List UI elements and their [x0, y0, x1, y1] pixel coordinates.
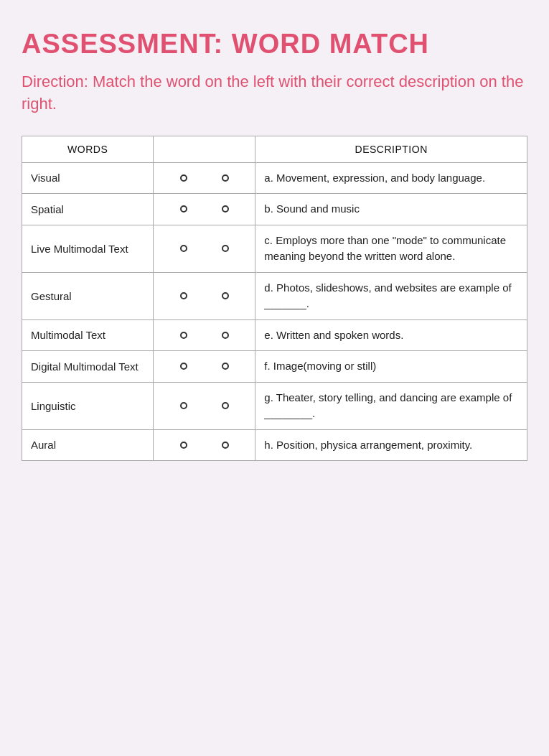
table-row: Visuala. Movement, expression, and body …	[22, 162, 527, 194]
description-cell: c. Employs more than one "mode" to commu…	[255, 225, 527, 272]
dot-connector-cell[interactable]	[154, 382, 255, 429]
word-cell: Digital Multimodal Text	[22, 351, 154, 383]
description-cell: e. Written and spoken words.	[255, 319, 527, 351]
right-dot[interactable]	[222, 174, 229, 182]
left-dot[interactable]	[180, 174, 187, 182]
dot-connector-cell[interactable]	[154, 351, 255, 383]
word-cell: Linguistic	[22, 382, 154, 429]
word-cell: Gestural	[22, 272, 154, 319]
description-cell: a. Movement, expression, and body langua…	[255, 162, 527, 194]
table-row: Auralh. Position, physica arrangement, p…	[22, 429, 527, 461]
table-row: Linguisticg. Theater, story telling, and…	[22, 382, 527, 429]
description-cell: f. Image(moving or still)	[255, 351, 527, 383]
word-cell: Spatial	[22, 194, 154, 225]
direction-text: Direction: Match the word on the left wi…	[22, 71, 527, 116]
dot-connector-cell[interactable]	[154, 194, 255, 225]
word-cell: Aural	[22, 429, 154, 461]
header-words: WORDS	[22, 136, 154, 162]
left-dot[interactable]	[180, 363, 187, 370]
table-row: Multimodal Texte. Written and spoken wor…	[22, 319, 527, 351]
dot-connector-cell[interactable]	[154, 162, 255, 194]
description-cell: g. Theater, story telling, and dancing a…	[255, 382, 527, 429]
right-dot[interactable]	[222, 442, 229, 449]
page-title: ASSESSMENT: WORD MATCH	[22, 29, 527, 60]
dot-connector-cell[interactable]	[154, 429, 255, 461]
left-dot[interactable]	[180, 205, 187, 213]
left-dot[interactable]	[180, 292, 187, 299]
description-cell: b. Sound and music	[255, 194, 527, 225]
table-row: Live Multimodal Textc. Employs more than…	[22, 225, 527, 272]
header-middle	[154, 136, 255, 162]
dot-connector-cell[interactable]	[154, 225, 255, 272]
match-table: WORDS DESCRIPTION Visuala. Movement, exp…	[22, 136, 527, 462]
right-dot[interactable]	[222, 245, 229, 252]
word-cell: Live Multimodal Text	[22, 225, 154, 272]
table-row: Spatialb. Sound and music	[22, 194, 527, 225]
right-dot[interactable]	[222, 332, 229, 339]
right-dot[interactable]	[222, 292, 229, 299]
left-dot[interactable]	[180, 442, 187, 449]
word-cell: Visual	[22, 162, 154, 194]
table-row: Gesturald. Photos, slideshows, and websi…	[22, 272, 527, 319]
right-dot[interactable]	[222, 363, 229, 370]
description-cell: d. Photos, slideshows, and websites are …	[255, 272, 527, 319]
right-dot[interactable]	[222, 205, 229, 213]
description-cell: h. Position, physica arrangement, proxim…	[255, 429, 527, 461]
left-dot[interactable]	[180, 402, 187, 409]
table-row: Digital Multimodal Textf. Image(moving o…	[22, 351, 527, 383]
dot-connector-cell[interactable]	[154, 272, 255, 319]
header-description: DESCRIPTION	[255, 136, 527, 162]
word-cell: Multimodal Text	[22, 319, 154, 351]
left-dot[interactable]	[180, 245, 187, 252]
dot-connector-cell[interactable]	[154, 319, 255, 351]
right-dot[interactable]	[222, 402, 229, 409]
left-dot[interactable]	[180, 332, 187, 339]
